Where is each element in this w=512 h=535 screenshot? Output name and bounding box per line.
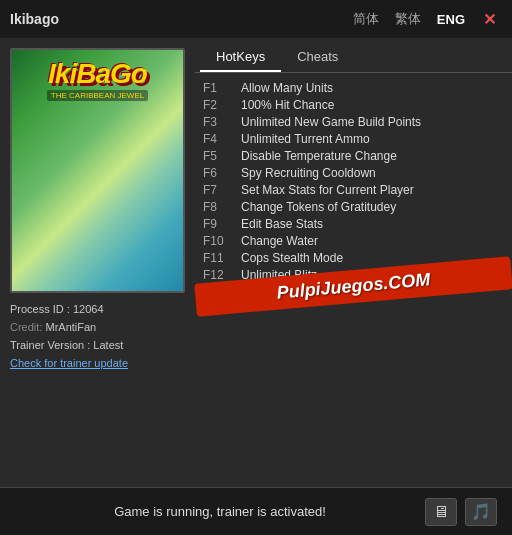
info-section: Process ID : 12064 Credit: MrAntiFan Tra… — [10, 301, 185, 369]
game-image: IkiBaGo THE CARIBBEAN JEWEL — [10, 48, 185, 293]
monitor-icon: 🖥 — [433, 503, 449, 521]
title-bar: Ikibago 简体 繁体 ENG ✕ — [0, 0, 512, 38]
monitor-icon-button[interactable]: 🖥 — [425, 498, 457, 526]
credit-value: MrAntiFan — [45, 321, 96, 333]
hotkey-key: F10 — [203, 234, 235, 248]
tab-cheats[interactable]: Cheats — [281, 43, 354, 72]
hotkey-row: F10Change Water — [203, 234, 504, 248]
hotkey-row: F11Cops Stealth Mode — [203, 251, 504, 265]
main-area: IkiBaGo THE CARIBBEAN JEWEL Process ID :… — [0, 38, 512, 458]
process-id-row: Process ID : 12064 — [10, 303, 185, 315]
hotkey-desc[interactable]: Set Max Stats for Current Player — [241, 183, 414, 197]
status-icons: 🖥 🎵 — [425, 498, 497, 526]
hotkey-desc[interactable]: Edit Base Stats — [241, 217, 323, 231]
right-panel: HotKeys Cheats F1Allow Many UnitsF2100% … — [195, 38, 512, 458]
update-row: Check for trainer update — [10, 357, 185, 369]
version-row: Trainer Version : Latest — [10, 339, 185, 351]
language-selector: 简体 繁体 ENG ✕ — [349, 8, 502, 31]
home-row[interactable]: HOME Disable All — [195, 290, 512, 304]
hotkey-row: F7Set Max Stats for Current Player — [203, 183, 504, 197]
update-link[interactable]: Check for trainer update — [10, 357, 128, 369]
hotkey-desc[interactable]: 100% Hit Chance — [241, 98, 334, 112]
game-subtitle: THE CARIBBEAN JEWEL — [47, 90, 148, 101]
hotkey-row: F4Unlimited Turrent Ammo — [203, 132, 504, 146]
hotkey-row: F8Change Tokens of Gratitudey — [203, 200, 504, 214]
hotkey-key: F4 — [203, 132, 235, 146]
hotkey-row: F6Spy Recruiting Cooldown — [203, 166, 504, 180]
hotkey-row: F9Edit Base Stats — [203, 217, 504, 231]
tab-hotkeys[interactable]: HotKeys — [200, 43, 281, 72]
hotkey-key: F9 — [203, 217, 235, 231]
lang-simplified[interactable]: 简体 — [349, 8, 383, 30]
hotkey-key: F12 — [203, 268, 235, 282]
process-id-label: Process ID : 12064 — [10, 303, 104, 315]
app-title: Ikibago — [10, 11, 349, 27]
game-image-overlay: IkiBaGo THE CARIBBEAN JEWEL — [12, 50, 183, 291]
hotkey-key: F3 — [203, 115, 235, 129]
hotkey-desc[interactable]: Unlimited New Game Build Points — [241, 115, 421, 129]
hotkey-row: F3Unlimited New Game Build Points — [203, 115, 504, 129]
hotkey-row: F2100% Hit Chance — [203, 98, 504, 112]
status-bar: Game is running, trainer is activated! 🖥… — [0, 487, 512, 535]
credit-row: Credit: MrAntiFan — [10, 321, 185, 333]
hotkey-key: F1 — [203, 81, 235, 95]
hotkey-row: F12Unlimited Blitz — [203, 268, 504, 282]
version-label: Trainer Version : Latest — [10, 339, 123, 351]
hotkey-key: F7 — [203, 183, 235, 197]
hotkey-row: F1Allow Many Units — [203, 81, 504, 95]
lang-english[interactable]: ENG — [433, 10, 469, 29]
hotkey-key: F2 — [203, 98, 235, 112]
hotkey-key: F6 — [203, 166, 235, 180]
music-icon-button[interactable]: 🎵 — [465, 498, 497, 526]
hotkey-desc[interactable]: Unlimited Blitz — [241, 268, 317, 282]
hotkey-key: F5 — [203, 149, 235, 163]
lang-traditional[interactable]: 繁体 — [391, 8, 425, 30]
status-message: Game is running, trainer is activated! — [15, 504, 425, 519]
credit-label: Credit: — [10, 321, 42, 333]
hotkey-key: F8 — [203, 200, 235, 214]
game-logo: IkiBaGo — [48, 60, 147, 88]
hotkey-desc[interactable]: Disable Temperature Change — [241, 149, 397, 163]
hotkey-desc[interactable]: Unlimited Turrent Ammo — [241, 132, 370, 146]
tabs: HotKeys Cheats — [195, 43, 512, 73]
music-icon: 🎵 — [471, 502, 491, 521]
hotkeys-list: F1Allow Many UnitsF2100% Hit ChanceF3Unl… — [195, 81, 512, 282]
close-button[interactable]: ✕ — [477, 8, 502, 31]
hotkey-desc[interactable]: Cops Stealth Mode — [241, 251, 343, 265]
hotkey-desc[interactable]: Allow Many Units — [241, 81, 333, 95]
hotkey-desc[interactable]: Spy Recruiting Cooldown — [241, 166, 376, 180]
hotkey-key: F11 — [203, 251, 235, 265]
hotkey-desc[interactable]: Change Tokens of Gratitudey — [241, 200, 396, 214]
hotkey-desc[interactable]: Change Water — [241, 234, 318, 248]
hotkey-row: F5Disable Temperature Change — [203, 149, 504, 163]
left-panel: IkiBaGo THE CARIBBEAN JEWEL Process ID :… — [0, 38, 195, 458]
